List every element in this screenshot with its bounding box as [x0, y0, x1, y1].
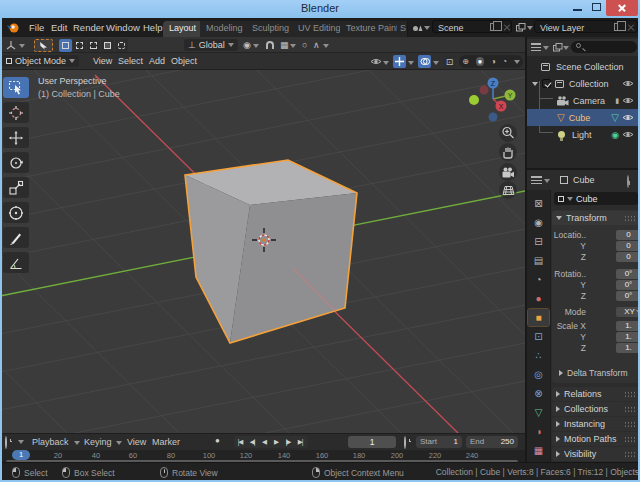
tab-modifiers[interactable]: ⊡ — [528, 328, 549, 345]
panel-grip-icon[interactable] — [624, 215, 636, 222]
view-layer-copy-icon[interactable] — [614, 23, 621, 31]
select-mode-extend-button[interactable] — [73, 39, 86, 52]
active-tool-button[interactable] — [34, 39, 53, 52]
camera-view-button[interactable] — [499, 163, 517, 181]
tool-scale-button[interactable] — [3, 177, 29, 198]
titlebar[interactable]: Blender — [0, 0, 640, 18]
tab-tool[interactable]: ⊠ — [528, 195, 549, 212]
falloff-caret[interactable] — [323, 44, 329, 48]
collection-checkbox[interactable] — [542, 79, 551, 88]
tab-particles[interactable]: ∴ — [528, 347, 549, 364]
tab-world[interactable]: ● — [528, 290, 549, 307]
use-preview-range-icon[interactable] — [404, 436, 406, 449]
current-frame-field[interactable]: 1 — [348, 436, 396, 448]
menu-window[interactable]: Window — [103, 21, 143, 34]
view-layer-dropdown-caret[interactable] — [527, 26, 533, 30]
tab-texture-paint[interactable]: Texture Paint — [340, 21, 406, 37]
falloff-icon[interactable]: ∧ — [313, 40, 320, 50]
mesh-data-icon[interactable]: ▽ — [611, 112, 619, 123]
properties-editor-caret[interactable] — [544, 179, 550, 183]
select-mode-intersect-button[interactable] — [115, 39, 128, 52]
location-x-field[interactable]: 0 — [616, 230, 640, 240]
snap-magnet-icon[interactable] — [266, 41, 274, 49]
menu-add[interactable]: Add — [146, 55, 168, 67]
view-layer-unlink-icon[interactable] — [627, 24, 635, 32]
menu-help[interactable]: Help — [140, 21, 166, 34]
light-data-icon[interactable]: ◉ — [611, 130, 619, 140]
jump-to-end-button[interactable]: ▶| — [294, 438, 306, 446]
eye-icon[interactable] — [622, 79, 634, 88]
mode-dropdown[interactable]: Object Mode — [2, 55, 79, 67]
shading-material-button[interactable]: ◑ — [491, 57, 496, 66]
rotation-x-field[interactable]: 0° — [616, 269, 640, 279]
start-frame-field[interactable]: Start 1 — [416, 436, 462, 448]
close-button[interactable] — [606, 0, 638, 16]
editor-type-icon[interactable] — [5, 40, 17, 50]
overlays-toggle-button[interactable] — [418, 55, 431, 68]
snap-target-icon[interactable]: ▦ — [280, 40, 289, 50]
outliner-search-field[interactable] — [571, 41, 637, 53]
playhead[interactable]: 1 — [12, 450, 30, 460]
tab-shading-clipped[interactable]: S — [397, 21, 408, 37]
tab-texture[interactable]: ▦ — [528, 442, 549, 459]
location-z-field[interactable]: 0 — [616, 252, 640, 262]
properties-editor-icon[interactable] — [531, 176, 542, 184]
select-mode-new-button[interactable] — [59, 39, 72, 52]
eye-icon[interactable] — [622, 96, 634, 105]
menu-view[interactable]: View — [90, 55, 115, 67]
rotation-z-field[interactable]: 0° — [616, 291, 640, 301]
tool-cursor-button[interactable] — [3, 102, 29, 123]
gizmo-axis-z-neg[interactable] — [489, 113, 498, 122]
delta-transform-header[interactable]: Delta Transform — [559, 368, 627, 378]
maximize-button[interactable] — [589, 0, 605, 16]
gizmos-toggle-button[interactable] — [393, 55, 406, 68]
shading-solid-button[interactable]: ● — [476, 57, 485, 66]
outliner-filter-icon[interactable] — [553, 43, 563, 52]
tool-rotate-button[interactable] — [3, 152, 29, 173]
eye-icon[interactable] — [622, 130, 634, 139]
play-button[interactable]: ▶ — [270, 438, 282, 446]
scale-z-field[interactable]: 1. — [616, 343, 640, 353]
outliner-editor-icon[interactable] — [531, 43, 541, 51]
minimize-button[interactable] — [570, 0, 586, 16]
outliner-row-light[interactable]: Light ◉ — [527, 126, 640, 143]
zoom-view-button[interactable] — [499, 124, 517, 142]
menu-object[interactable]: Object — [168, 55, 200, 67]
tab-sculpting[interactable]: Sculpting — [246, 21, 296, 37]
tab-material[interactable]: ◑ — [528, 423, 549, 440]
eye-icon[interactable] — [622, 113, 634, 122]
xray-toggle-button[interactable]: ⊡ — [443, 55, 456, 68]
tab-layout[interactable]: Layout — [163, 21, 202, 37]
object-visibility-icon[interactable] — [370, 57, 382, 66]
visibility-caret[interactable] — [383, 61, 389, 65]
playback-menu[interactable]: Playback — [32, 437, 69, 447]
camera-data-icon[interactable]: ▮ — [615, 97, 619, 105]
play-reverse-button[interactable]: ◀ — [258, 438, 270, 446]
outliner-row-camera[interactable]: Camera ▮ — [527, 92, 640, 109]
scene-icon[interactable] — [412, 23, 423, 32]
collection-expand-icon[interactable] — [532, 82, 538, 86]
pivot-point-icon[interactable]: ◉ — [243, 40, 251, 50]
tool-measure-button[interactable] — [3, 252, 29, 273]
scene-dropdown-caret[interactable] — [424, 26, 430, 30]
gizmo-axis-x-neg[interactable] — [480, 86, 489, 95]
motion-paths-panel-header[interactable]: Motion Paths — [552, 432, 640, 446]
tab-output[interactable]: ⊟ — [528, 233, 549, 250]
prev-keyframe-button[interactable]: ◀| — [246, 438, 258, 446]
location-y-field[interactable]: 0 — [616, 241, 640, 251]
tab-render[interactable]: ◉ — [528, 214, 549, 231]
relations-panel-header[interactable]: Relations — [552, 387, 640, 401]
collections-panel-header[interactable]: Collections — [552, 402, 640, 416]
outliner-row-collection[interactable]: Collection — [527, 75, 640, 92]
editor-type-caret[interactable] — [19, 44, 25, 48]
scene-field[interactable]: Scene — [432, 20, 512, 33]
tab-view-layer[interactable]: ▤ — [528, 252, 549, 269]
orientation-dropdown[interactable]: ⊥ Global — [184, 39, 238, 51]
scene-unlink-icon[interactable] — [503, 24, 511, 32]
shading-wireframe-button[interactable]: ⊕ — [462, 57, 469, 66]
object-name-field[interactable]: Cube — [554, 192, 638, 205]
pin-icon[interactable] — [627, 175, 629, 188]
shading-rendered-button[interactable]: ◔ — [502, 57, 507, 66]
transform-panel-header[interactable]: Transform — [552, 211, 640, 225]
pivot-caret[interactable] — [253, 44, 259, 48]
